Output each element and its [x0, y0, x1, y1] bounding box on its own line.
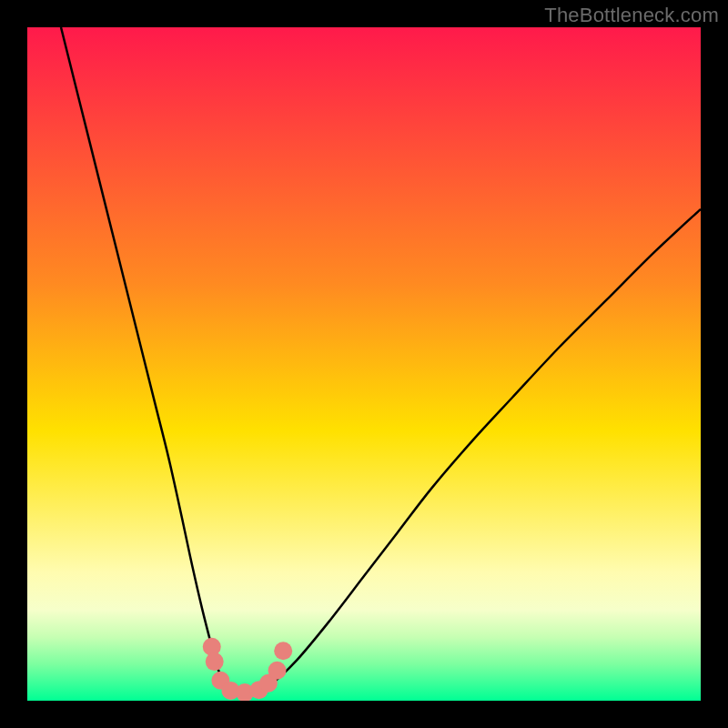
watermark-text: TheBottleneck.com	[544, 4, 719, 27]
highlight-dot	[268, 662, 287, 680]
chart-plot	[27, 27, 701, 701]
highlight-dot	[274, 642, 292, 660]
chart-frame: TheBottleneck.com	[0, 0, 728, 728]
highlight-dot	[206, 652, 224, 671]
chart-background	[27, 27, 701, 701]
